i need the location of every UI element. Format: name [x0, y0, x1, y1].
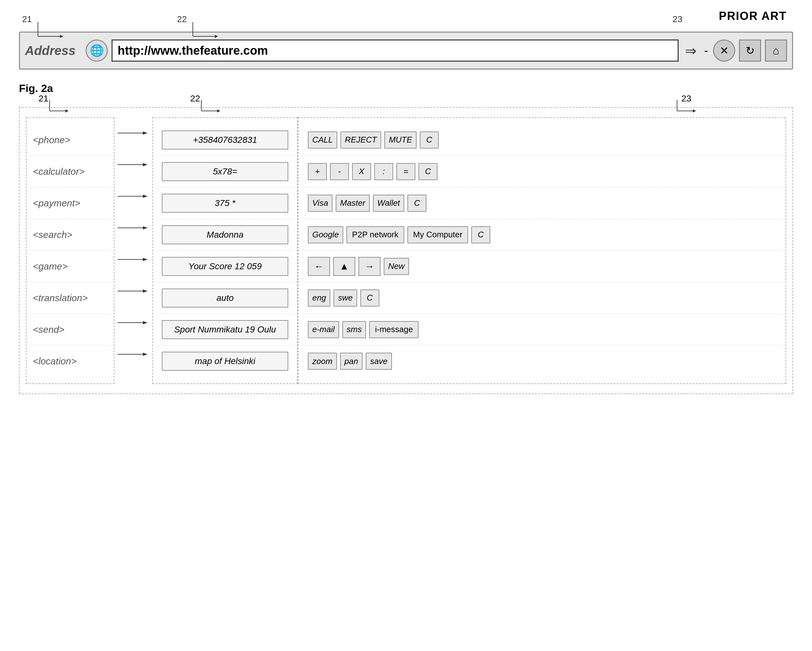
prior-art-label: PRIOR ART	[719, 9, 787, 23]
arrow-send	[114, 307, 153, 338]
equals-button[interactable]: =	[396, 163, 415, 180]
mute-button[interactable]: MUTE	[385, 131, 417, 148]
center-cell-game: Your Score 12 059	[156, 251, 294, 282]
payment-controls: Visa Master Wallet C	[302, 188, 782, 219]
translation-input[interactable]: auto	[162, 288, 288, 308]
payment-input[interactable]: 375 *	[162, 194, 288, 213]
annot-arrow-23-diag	[674, 98, 699, 117]
master-button[interactable]: Master	[336, 195, 369, 212]
svg-marker-26	[143, 290, 148, 293]
call-button[interactable]: CALL	[308, 131, 337, 148]
visa-button[interactable]: Visa	[308, 195, 333, 212]
arrow-connectors	[114, 117, 153, 384]
my-computer-button[interactable]: My Computer	[408, 226, 468, 243]
search-controls: Google P2P network My Computer C	[302, 219, 782, 251]
svg-marker-20	[143, 195, 148, 198]
nav-arrow[interactable]: ⇒	[682, 43, 699, 59]
left-label-phone: <phone>	[30, 124, 111, 156]
game-right-button[interactable]: →	[359, 257, 380, 276]
arrow-calculator	[114, 149, 153, 180]
game-left-button[interactable]: ←	[308, 257, 330, 276]
multiply-button[interactable]: X	[352, 163, 371, 180]
payment-clear-button[interactable]: C	[408, 195, 426, 212]
left-labels-column: <phone> <calculator> <payment> <search> …	[26, 117, 114, 384]
svg-marker-22	[143, 226, 148, 229]
calc-input[interactable]: 5x78=	[162, 162, 288, 181]
left-label-send: <send>	[30, 314, 111, 345]
left-label-calculator: <calculator>	[30, 156, 111, 188]
svg-marker-28	[143, 321, 148, 324]
center-cell-translation: auto	[156, 282, 294, 314]
phone-controls: CALL REJECT MUTE C	[302, 124, 782, 156]
center-cell-search: Madonna	[156, 219, 294, 251]
plus-button[interactable]: +	[308, 163, 327, 180]
svg-marker-18	[143, 163, 148, 166]
email-button[interactable]: e-mail	[308, 321, 339, 338]
annot-arrow-21-top	[32, 19, 70, 41]
annotation-22-top: 22	[177, 14, 187, 24]
search-clear-button[interactable]: C	[471, 226, 490, 243]
center-cell-location: map of Helsinki	[156, 345, 294, 377]
game-controls: ← ▲ → New	[302, 251, 782, 282]
left-label-game: <game>	[30, 251, 111, 282]
annot-arrow-21-diag	[46, 98, 72, 117]
stop-button[interactable]: ✕	[713, 40, 735, 62]
svg-marker-30	[143, 353, 148, 356]
game-new-button[interactable]: New	[384, 258, 409, 275]
phone-input[interactable]: +358407632831	[162, 131, 288, 149]
arrow-game	[114, 244, 153, 275]
location-input[interactable]: map of Helsinki	[162, 352, 288, 371]
arrow-location	[114, 338, 153, 370]
left-label-location: <location>	[30, 345, 111, 377]
divide-button[interactable]: :	[374, 163, 393, 180]
center-cell-payment: 375 *	[156, 188, 294, 219]
arrow-search	[114, 212, 153, 244]
left-label-search: <search>	[30, 219, 111, 251]
annotation-23-top: 23	[673, 14, 682, 24]
address-label: Address	[25, 44, 82, 58]
translation-clear-button[interactable]: C	[360, 290, 379, 306]
send-input[interactable]: Sport Nummikatu 19 Oulu	[162, 320, 288, 339]
reject-button[interactable]: REJECT	[340, 131, 381, 148]
calc-clear-button[interactable]: C	[418, 163, 438, 180]
p2p-button[interactable]: P2P network	[346, 226, 404, 243]
game-up-button[interactable]: ▲	[333, 257, 355, 276]
browser-bar-section: 21 22 23 Address 🌐 http://www.thefeature…	[19, 32, 793, 70]
dash-separator: -	[703, 44, 709, 57]
url-text: http://www.thefeature.com	[118, 44, 268, 58]
location-controls: zoom pan save	[302, 345, 782, 377]
arrow-translation	[114, 275, 153, 307]
arrow-payment	[114, 180, 153, 212]
calc-controls: + - X : = C	[302, 156, 782, 188]
browser-bar: Address 🌐 http://www.thefeature.com ⇒ - …	[19, 32, 793, 70]
globe-icon: 🌐	[85, 40, 108, 62]
center-cell-send: Sport Nummikatu 19 Oulu	[156, 314, 294, 345]
fig-label: Fig. 2a	[19, 82, 793, 95]
url-field[interactable]: http://www.thefeature.com	[111, 40, 679, 62]
pan-button[interactable]: pan	[340, 353, 363, 370]
imessage-button[interactable]: i-message	[369, 321, 418, 338]
annotation-21-top: 21	[22, 14, 32, 24]
game-input[interactable]: Your Score 12 059	[162, 257, 288, 276]
left-label-payment: <payment>	[30, 188, 111, 219]
svg-marker-8	[66, 109, 69, 113]
search-input[interactable]: Madonna	[162, 225, 288, 244]
center-cell-calculator: 5x78=	[156, 156, 294, 188]
sms-button[interactable]: sms	[342, 321, 366, 338]
eng-button[interactable]: eng	[308, 290, 330, 306]
refresh-button[interactable]: ↻	[739, 40, 761, 62]
zoom-button[interactable]: zoom	[308, 353, 337, 370]
home-button[interactable]: ⌂	[765, 40, 787, 62]
wallet-button[interactable]: Wallet	[373, 195, 404, 212]
minus-button[interactable]: -	[330, 163, 349, 180]
phone-clear-button[interactable]: C	[420, 131, 439, 148]
translation-controls: eng swe C	[302, 282, 782, 314]
google-button[interactable]: Google	[308, 226, 343, 243]
svg-marker-5	[215, 35, 218, 38]
save-button[interactable]: save	[366, 353, 392, 370]
arrow-phone	[114, 117, 153, 149]
send-controls: e-mail sms i-message	[302, 314, 782, 345]
swe-button[interactable]: swe	[333, 290, 357, 306]
center-cell-phone: +358407632831	[156, 124, 294, 156]
center-fields-column: +358407632831 5x78= 375 * Madonna Your S…	[153, 117, 298, 384]
